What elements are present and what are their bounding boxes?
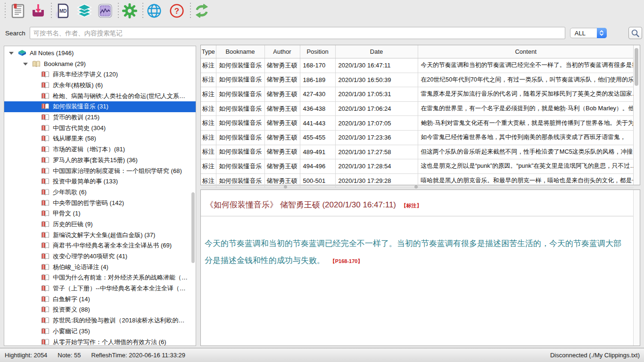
sidebar-item-book[interactable]: 货币的教训 (215) xyxy=(4,112,196,123)
sidebar-item-book[interactable]: 少年凯歌 (6) xyxy=(4,187,196,198)
table-row[interactable]: 标注 如何假装懂音乐 储智勇王硕 186-189 2020/1/30 16:50… xyxy=(201,73,634,87)
settings-gear-icon xyxy=(122,3,138,19)
splitter-grip-dot[interactable] xyxy=(284,185,287,189)
table-row[interactable]: 标注 如何假装懂音乐 储智勇王硕 489-491 2020/1/30 17:27… xyxy=(201,145,634,159)
import-icon xyxy=(30,3,46,19)
splitter-grip-dot[interactable] xyxy=(414,185,418,189)
tree-label: Bookname (29) xyxy=(44,60,86,67)
table-row[interactable]: 标注 如何假装懂音乐 储智勇王硕 168-170 2020/1/30 16:47… xyxy=(201,58,634,73)
sidebar-item-book[interactable]: 改变心理学的40项研究 (41) xyxy=(4,251,196,262)
sidebar-item-book[interactable]: 庆余年(精校版) (6) xyxy=(4,80,196,91)
table-row[interactable]: 标注 如何假装懂音乐 储智勇王硕 455-455 2020/1/30 17:23… xyxy=(201,130,634,145)
sidebar-item-book[interactable]: 历史的巨镜 (9) xyxy=(4,219,196,230)
tree-label: 市场的逻辑（增订本）(81) xyxy=(53,145,125,154)
settings-button[interactable] xyxy=(120,1,139,21)
sidebar-item-book[interactable]: 中国国家治理的制度逻辑：一个组织学研究 (68) xyxy=(4,165,196,176)
tree-label: 罗马人的故事(套装共15册) (36) xyxy=(53,156,138,165)
cell-content: 在雷鬼的世界里，有一个名字是必须提到的，就是鲍勃·马利（Bob Marley）。… xyxy=(418,101,634,116)
layers-button[interactable] xyxy=(75,1,94,21)
sidebar-item-all-notes[interactable]: All Notes (1946) xyxy=(4,48,196,58)
cell-content: 雷鬼原本是牙买加流行音乐的代名词，随着牙买加移民到了英美之类的发达国家… xyxy=(418,87,634,102)
tree-label: 从零开始学写作：个人增值的有效方法 (6) xyxy=(53,338,166,346)
table-header-row: Type Bookname Author Position Date Conte… xyxy=(201,45,634,58)
tree-label: 投资要义 (88) xyxy=(53,305,90,314)
note-detail-panel: 《如何假装懂音乐》 储智勇王硕 (2020/1/30 16:47:11) 【标注… xyxy=(200,189,640,346)
tree-label: 如何假装懂音乐 (31) xyxy=(53,102,108,111)
import-button[interactable] xyxy=(29,1,48,21)
tree-label: 杨伯峻_论语译注 (4) xyxy=(53,263,108,272)
sidebar-item-book[interactable]: 投资中最简单的事 (133) xyxy=(4,176,196,187)
cell-position: 168-170 xyxy=(300,58,335,73)
table-header-cell[interactable]: Date xyxy=(335,45,418,58)
table-header-cell[interactable]: Author xyxy=(264,45,300,58)
sidebar-scrollbar-thumb[interactable] xyxy=(191,192,195,263)
sidebar-item-book[interactable]: 中央帝国的哲学密码 (142) xyxy=(4,197,196,208)
table-row[interactable]: 标注 如何假装懂音乐 储智勇王硕 441-443 2020/1/30 17:07… xyxy=(201,116,634,131)
tree-label: 改变心理学的40项研究 (41) xyxy=(53,252,127,261)
notes-button[interactable] xyxy=(8,1,27,21)
status-highlight-count: Hightlight: 2054 xyxy=(5,352,47,359)
table-scrollbar[interactable] xyxy=(633,45,640,185)
cell-bookname: 如何假装懂音乐 xyxy=(216,58,264,73)
sidebar-item-book[interactable]: 白鱼解字 (14) xyxy=(4,294,196,304)
tree-label: 苏世民:我的经验与教训（2018读桥水达利欧的… xyxy=(53,316,185,325)
sidebar-item-book[interactable]: 中国为什么有前途：对外经济关系的战略潜能（… xyxy=(4,272,196,283)
table-row[interactable]: 标注 如何假装懂音乐 储智勇王硕 436-438 2020/1/30 17:06… xyxy=(201,101,634,116)
table-header-cell[interactable]: Bookname xyxy=(216,45,264,58)
cell-content: 嘻哈就是黑人的朋克音乐。和最早的朋克一样，嘻哈也是来自街头的文化，都是一… xyxy=(418,173,634,188)
search-input[interactable] xyxy=(30,27,565,39)
table-row[interactable]: 标注 如何假装懂音乐 储智勇王硕 494-496 2020/1/30 17:28… xyxy=(201,159,634,174)
sidebar-item-book[interactable]: 苏世民:我的经验与教训（2018读桥水达利欧的… xyxy=(4,315,196,326)
cell-position: 186-189 xyxy=(300,73,335,87)
web-button[interactable] xyxy=(145,1,164,21)
sidebar-item-book[interactable]: 小窗幽记 (35) xyxy=(4,326,196,337)
sidebar-item-book[interactable]: 管子（上下册）--中华经典名著全本全注全译（… xyxy=(4,283,196,294)
sidebar-item-book[interactable]: 如何假装懂音乐 (31) xyxy=(4,101,196,112)
book-icon xyxy=(41,189,50,196)
sidebar-item-book[interactable]: 钱从哪里来 (58) xyxy=(4,133,196,144)
sidebar-item-book[interactable]: 罗马人的故事(套装共15册) (36) xyxy=(4,155,196,166)
sidebar-item-book[interactable]: 中国古代简史 (304) xyxy=(4,123,196,133)
sidebar-item-book[interactable]: 杨伯峻_论语译注 (4) xyxy=(4,262,196,272)
sidebar-item-book[interactable]: 薛兆丰经济学讲义 (120) xyxy=(4,69,196,80)
toolbar-separator xyxy=(190,3,191,20)
filter-dropdown[interactable]: ALL xyxy=(570,28,607,38)
search-label: Search xyxy=(5,30,25,37)
cell-bookname: 如何假装懂音乐 xyxy=(216,101,264,116)
help-button[interactable]: ? xyxy=(167,1,186,21)
disclosure-triangle-icon[interactable] xyxy=(9,52,14,55)
cell-position: 441-443 xyxy=(300,116,335,131)
disclosure-triangle-icon[interactable] xyxy=(23,63,28,66)
sidebar-item-book[interactable]: 市场的逻辑（增订本）(81) xyxy=(4,144,196,155)
refresh-icon xyxy=(193,3,210,19)
table-header-cell[interactable]: Position xyxy=(300,45,335,58)
sidebar-item-book[interactable]: 新编说文解字大全集(超值白金版) (37) xyxy=(4,230,196,240)
toolbar-separator xyxy=(118,3,119,20)
status-note-count: Note: 55 xyxy=(58,352,81,359)
table-scrollbar-thumb[interactable] xyxy=(635,48,638,86)
table-header-cell[interactable]: Content xyxy=(418,45,634,58)
cell-bookname: 如何假装懂音乐 xyxy=(216,130,264,145)
stats-button[interactable] xyxy=(96,1,115,21)
sidebar-item-book[interactable]: 从零开始学写作：个人增值的有效方法 (6) xyxy=(4,337,196,346)
sidebar-item-book[interactable]: 枪炮、病菌与钢铁:人类社会的命运(世纪人文系… xyxy=(4,90,196,101)
book-icon xyxy=(41,199,50,207)
table-row[interactable]: 标注 如何假装懂音乐 储智勇王硕 427-430 2020/1/30 17:05… xyxy=(201,87,634,102)
markdown-export-button[interactable]: MD xyxy=(53,1,72,21)
sidebar-item-book[interactable]: 投资要义 (88) xyxy=(4,304,196,315)
cell-type: 标注 xyxy=(201,101,216,116)
search-button[interactable] xyxy=(628,27,642,39)
refresh-button[interactable] xyxy=(192,1,211,21)
sidebar-item-book[interactable]: 商君书-中华经典名著全本全注全译丛书 (69) xyxy=(4,240,196,251)
sidebar-item-book[interactable]: 甲骨文 (1) xyxy=(4,208,196,219)
table-header-cell[interactable]: Type xyxy=(201,45,216,58)
status-refresh-time: RefleshTime: 2020-06-16 11:33:29 xyxy=(91,352,185,359)
cell-author: 储智勇王硕 xyxy=(264,73,300,87)
bookname-icon xyxy=(32,60,41,68)
cell-author: 储智勇王硕 xyxy=(264,130,300,145)
sidebar-item-bookname[interactable]: Bookname (29) xyxy=(4,58,196,69)
detail-scrollbar[interactable] xyxy=(633,190,640,346)
notes-table-panel: Type Bookname Author Position Date Conte… xyxy=(200,45,640,185)
book-icon xyxy=(41,135,50,142)
cell-date: 2020/1/30 16:47:11 xyxy=(335,58,418,73)
